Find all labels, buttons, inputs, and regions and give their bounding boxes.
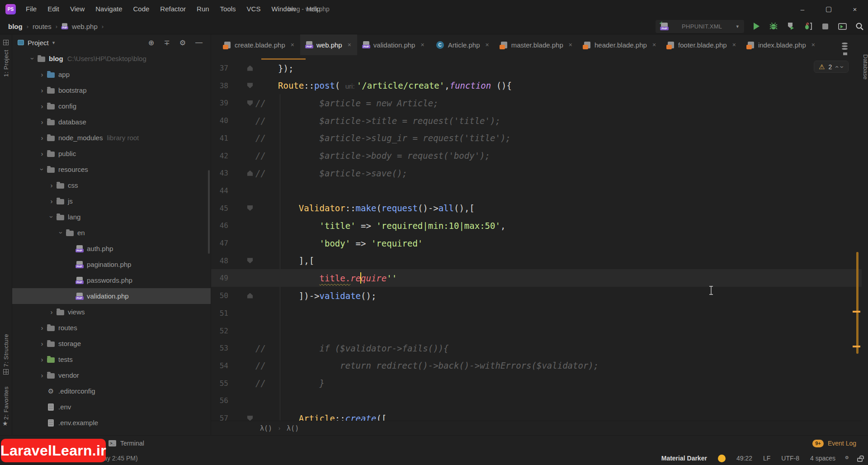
unlock-icon[interactable] (857, 458, 863, 462)
tree-item-tests[interactable]: ›tests (12, 351, 211, 367)
chevron-collapsed-icon[interactable]: › (39, 86, 45, 94)
line-ending[interactable]: LF (763, 455, 770, 462)
tool-button-favorites[interactable]: 2: Favorites (3, 386, 9, 420)
tree-item-storage[interactable]: ›storage (12, 336, 211, 351)
close-icon[interactable]: × (348, 41, 351, 48)
chevron-collapsed-icon[interactable]: › (39, 150, 45, 157)
breadcrumb-lambda[interactable]: λ() (260, 424, 272, 432)
terminal-button[interactable]: >_ Terminal (108, 436, 144, 451)
line-number[interactable]: 42 (211, 152, 228, 160)
code-line-39[interactable]: 39// $article = new Article; (211, 94, 862, 112)
fold-marker-icon[interactable] (245, 83, 255, 88)
project-panel-header[interactable]: Project ▾ ⊕ ∓ ⚙ — (12, 34, 211, 51)
tree-item-app[interactable]: ›app (12, 66, 211, 82)
line-number[interactable]: 47 (211, 239, 228, 247)
tool-button-structure[interactable]: 7: Structure (3, 334, 9, 367)
hide-panel-icon[interactable]: — (195, 38, 203, 47)
line-number[interactable]: 51 (211, 309, 228, 318)
coverage-button[interactable] (786, 21, 796, 32)
chevron-collapsed-icon[interactable]: › (39, 356, 45, 363)
menu-run[interactable]: Run (191, 0, 215, 18)
close-icon[interactable]: × (732, 41, 736, 48)
code-line-42[interactable]: 42// $article->body = request('body'); (211, 147, 862, 165)
minimize-button[interactable]: – (789, 0, 816, 18)
menu-tools[interactable]: Tools (215, 0, 241, 18)
tab-index-blade-php[interactable]: index.blade.php× (742, 34, 821, 55)
code-line-54[interactable]: 54// return redirect()->back()->withErro… (211, 357, 862, 375)
maximize-button[interactable]: ▢ (816, 0, 842, 18)
project-tool-icon[interactable] (3, 40, 9, 45)
scrollbar-error-stripe[interactable] (856, 252, 859, 354)
theme-name[interactable]: Material Darker (661, 455, 707, 462)
code-line-56[interactable]: 56 (211, 392, 862, 409)
indent-setting[interactable]: 4 spaces (810, 455, 835, 462)
code-line-49[interactable]: 49 title.require'' (211, 269, 862, 287)
tree-item-database[interactable]: ›database (12, 114, 211, 130)
tree-item-public[interactable]: ›public (12, 146, 211, 161)
tool-button-database[interactable]: Database (862, 54, 868, 80)
fold-marker-icon[interactable] (245, 66, 255, 71)
breadcrumb-lambda[interactable]: λ() (287, 424, 299, 432)
chevron-expanded-icon[interactable]: › (57, 230, 65, 236)
debug-button[interactable] (769, 21, 778, 32)
fold-marker-icon[interactable] (245, 416, 255, 421)
menu-code[interactable]: Code (127, 0, 155, 18)
tree-item-editorconfig[interactable]: ⚙.editorconfig (12, 383, 211, 399)
chevron-expanded-icon[interactable]: › (48, 214, 56, 220)
code-line-53[interactable]: 53// if ($validator->fails()){ (211, 339, 862, 357)
menu-vcs[interactable]: VCS (241, 0, 266, 18)
breadcrumb-item-routes[interactable]: routes (33, 23, 52, 30)
line-number[interactable]: 56 (211, 396, 228, 405)
tab-footer-blade-php[interactable]: footer.blade.php× (662, 34, 742, 55)
line-number[interactable]: 48 (211, 256, 228, 265)
tree-item-node-modules[interactable]: ›node_moduleslibrary root (12, 130, 211, 146)
line-number[interactable]: 54 (211, 361, 228, 370)
file-encoding[interactable]: UTF-8 (781, 455, 799, 462)
code-editor[interactable]: 37});38Route::post( uri: '/article/creat… (211, 55, 862, 421)
breadcrumb-item-blog[interactable]: blog (8, 23, 23, 30)
code-line-47[interactable]: 47 'body' => 'required' (211, 234, 862, 252)
tool-button-project[interactable]: 1: Project (3, 50, 9, 77)
menu-refactor[interactable]: Refactor (155, 0, 191, 18)
chevron-collapsed-icon[interactable]: › (39, 134, 45, 142)
chevron-collapsed-icon[interactable]: › (48, 181, 55, 189)
chevron-collapsed-icon[interactable]: › (39, 71, 45, 78)
tree-item-blog[interactable]: ›blogC:\Users\HP\Desktop\blog (12, 51, 211, 66)
warning-stripe-mark[interactable] (853, 346, 860, 347)
code-line-37[interactable]: 37}); (211, 59, 862, 77)
breadcrumb-item-web-php[interactable]: web.php (72, 23, 98, 30)
line-number[interactable]: 37 (211, 64, 228, 72)
fold-marker-icon[interactable] (245, 293, 255, 299)
tree-item-resources[interactable]: ›resources (12, 161, 211, 177)
line-number[interactable]: 52 (211, 327, 228, 335)
code-line-55[interactable]: 55// } (211, 375, 862, 392)
tree-item-vendor[interactable]: ›vendor (12, 367, 211, 383)
code-line-44[interactable]: 44 (211, 182, 862, 199)
code-line-38[interactable]: 38Route::post( uri: '/article/create',fu… (211, 77, 862, 95)
line-number[interactable]: 39 (211, 99, 228, 107)
stop-button[interactable] (820, 21, 830, 32)
tree-item-config[interactable]: ›config (12, 98, 211, 114)
panel-scrollbar[interactable] (208, 170, 210, 254)
tree-item-env[interactable]: .env (12, 399, 211, 415)
line-number[interactable]: 41 (211, 134, 228, 142)
line-number[interactable]: 45 (211, 204, 228, 213)
tree-item-bootstrap[interactable]: ›bootstrap (12, 82, 211, 98)
chevron-collapsed-icon[interactable]: › (48, 197, 55, 205)
next-warning-icon[interactable]: › (839, 66, 846, 68)
line-number[interactable]: 55 (211, 379, 228, 388)
line-number[interactable]: 49 (211, 274, 228, 282)
line-number[interactable]: 50 (211, 291, 228, 300)
tab-master-blade-php[interactable]: master.blade.php× (495, 34, 578, 55)
fold-marker-icon[interactable] (245, 205, 255, 211)
tree-item-validation-php[interactable]: validation.php (12, 288, 211, 304)
code-line-45[interactable]: 45 Validator::make(request()->all(),[ (211, 199, 862, 217)
close-icon[interactable]: × (652, 41, 656, 48)
chevron-collapsed-icon[interactable]: › (39, 102, 45, 110)
structure-tool-icon[interactable] (3, 369, 9, 375)
locate-file-icon[interactable]: ⊕ (148, 38, 154, 47)
close-button[interactable]: × (842, 0, 868, 18)
chevron-collapsed-icon[interactable]: › (39, 340, 45, 347)
run-button[interactable] (751, 21, 761, 32)
tree-item-auth-php[interactable]: auth.php (12, 241, 211, 256)
